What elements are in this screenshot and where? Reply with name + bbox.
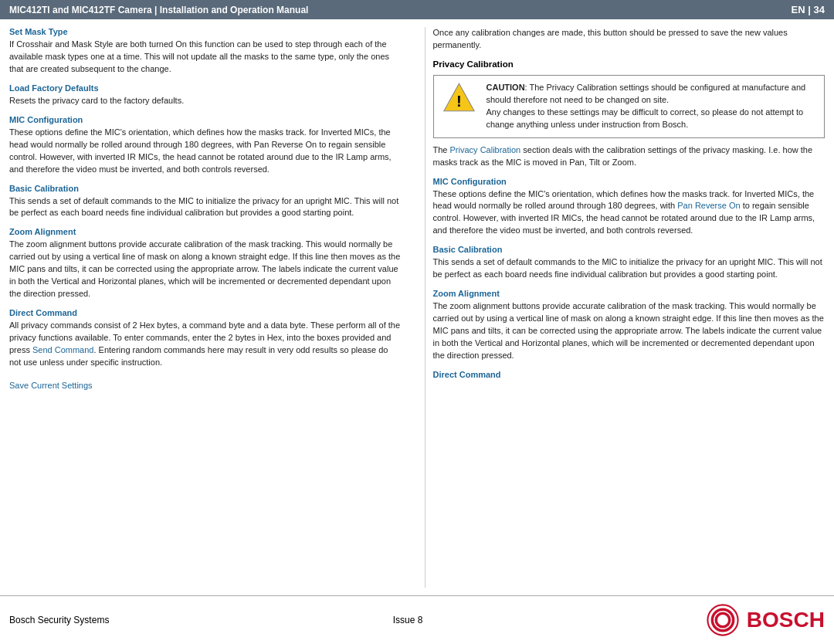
bosch-brand-text: BOSCH [747,608,825,632]
mic-configuration-title-right: MIC Configuration [433,177,826,186]
privacy-calibration-heading: Privacy Calibration [433,59,826,69]
page-number: EN | 34 [792,4,825,15]
zoom-alignment-body-left: The zoom alignment buttons provide accur… [9,239,402,300]
caution-triangle-icon: ! [442,82,476,113]
left-column: Set Mask Type If Crosshair and Mask Styl… [9,27,409,588]
right-intro-text: Once any calibration changes are made, t… [433,27,826,52]
load-factory-defaults-body: Resets the privacy card to the factory d… [9,95,402,107]
zoom-alignment-title-left: Zoom Alignment [9,227,402,236]
svg-text:!: ! [456,93,462,110]
privacy-calibration-link[interactable]: Privacy Calibration [450,145,521,154]
caution-icon-container: ! [440,82,479,131]
caution-box: ! CAUTION: The Privacy Calibration setti… [433,75,826,138]
direct-command-title-left: Direct Command [9,308,402,317]
basic-calibration-body-left: This sends a set of default commands to … [9,195,402,220]
svg-point-5 [717,615,728,625]
footer-issue: Issue 8 [393,615,423,625]
set-mask-type-body: If Crosshair and Mask Style are both tur… [9,39,402,76]
page-footer: Bosch Security Systems Issue 8 BOSCH [0,595,834,644]
zoom-alignment-title-right: Zoom Alignment [433,289,826,298]
pan-reverse-on-link[interactable]: Pan Reverse On [677,201,740,210]
mic-configuration-body-right: These options define the MIC's orientati… [433,188,826,238]
caution-label: CAUTION [486,83,525,92]
mic-configuration-title-left: MIC Configuration [9,115,402,124]
save-current-settings-link[interactable]: Save Current Settings [9,381,402,390]
caution-text-content: CAUTION: The Privacy Calibration setting… [486,82,819,131]
load-factory-defaults-title: Load Factory Defaults [9,83,402,93]
direct-command-body-left: All privacy commands consist of 2 Hex by… [9,320,402,369]
footer-logo: BOSCH [707,604,825,636]
basic-calibration-title-left: Basic Calibration [9,184,402,193]
bosch-logo-icon [707,604,739,636]
basic-calibration-body-right: This sends a set of default commands to … [433,256,826,281]
zoom-alignment-body-right: The zoom alignment buttons provide accur… [433,300,826,362]
main-content: Set Mask Type If Crosshair and Mask Styl… [0,19,834,595]
footer-company: Bosch Security Systems [9,615,109,625]
privacy-section-intro: The Privacy Calibration section deals wi… [433,144,826,169]
send-command-link[interactable]: Send Command [32,345,94,354]
mic-configuration-body-left: These options define the MIC's orientati… [9,127,402,176]
manual-title: MIC412TI and MIC412TF Camera | Installat… [9,5,308,15]
right-column: Once any calibration changes are made, t… [425,27,826,588]
page-header: MIC412TI and MIC412TF Camera | Installat… [0,0,834,19]
direct-command-title-right: Direct Command [433,370,826,379]
basic-calibration-title-right: Basic Calibration [433,245,826,254]
page-container: MIC412TI and MIC412TF Camera | Installat… [0,0,834,644]
set-mask-type-title: Set Mask Type [9,27,402,36]
